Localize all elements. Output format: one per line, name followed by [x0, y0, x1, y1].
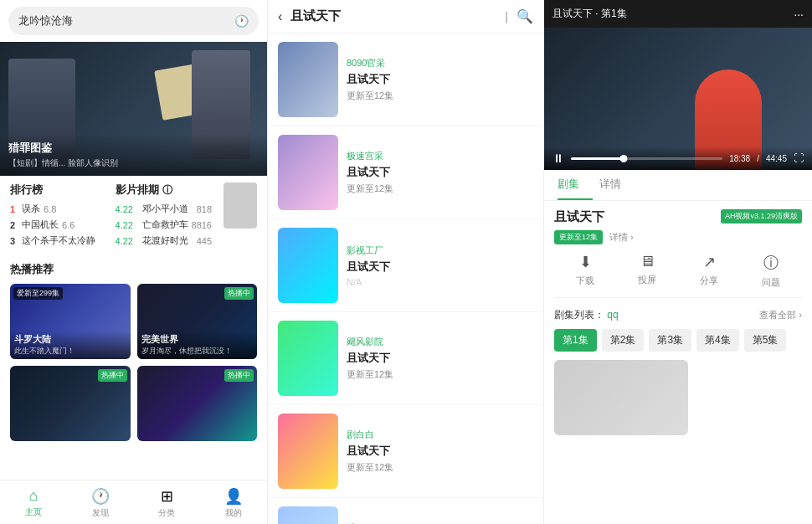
- episode-btn-5[interactable]: 第5集: [744, 329, 787, 352]
- video-player[interactable]: ⏸ 18:38 / 44:45 ⛶: [544, 28, 812, 170]
- source-update: 更新至12集: [347, 182, 533, 195]
- source-series-title: 且试天下: [347, 351, 533, 366]
- film-item-1[interactable]: 4.22 邓小平小道 818: [116, 203, 213, 215]
- source-thumb: [278, 228, 338, 303]
- video-controls: ⏸ 18:38 / 44:45 ⛶: [544, 146, 812, 170]
- bottom-nav: ⌂ 主页 🕐 发现 ⊞ 分类 👤 我的: [0, 480, 267, 524]
- film-name-2: 亡命救护车: [142, 218, 188, 231]
- fullscreen-button[interactable]: ⛶: [794, 152, 804, 164]
- tab-episodes[interactable]: 剧集: [558, 170, 593, 200]
- help-label: 问题: [762, 276, 780, 289]
- source-thumb: [278, 506, 338, 524]
- action-cast[interactable]: 🖥 投屏: [638, 253, 656, 289]
- hot-item-1[interactable]: 爱新至299集 斗罗大陆 此生不踏入魔门！: [10, 284, 131, 359]
- nav-category[interactable]: ⊞ 分类: [134, 480, 201, 524]
- middle-header: ‹ 且试天下 | 🔍: [268, 0, 543, 33]
- rank-item-1[interactable]: 1 误杀 6.8: [10, 203, 107, 215]
- film-item-2[interactable]: 4.22 亡命救护车 8816: [116, 218, 213, 231]
- version-badge: AH视频v3.1.29清爽版: [721, 209, 802, 223]
- action-help[interactable]: ⓘ 问题: [762, 253, 780, 289]
- progress-bar[interactable]: [571, 157, 722, 160]
- episode-btn-1[interactable]: 第1集: [554, 329, 597, 352]
- film-schedule-header: 影片排期 ⓘ: [116, 182, 213, 198]
- source-thumb: [278, 135, 338, 210]
- hot-badge-2: 热播中: [224, 287, 254, 300]
- download-label: 下载: [576, 275, 594, 287]
- rankings-header: 排行榜: [10, 182, 107, 198]
- view-all-link[interactable]: 查看全部 ›: [759, 309, 802, 321]
- show-title-row: 且试天下 AH视频v3.1.29清爽版: [554, 209, 802, 225]
- show-main-title: 且试天下: [554, 209, 604, 225]
- search-icon[interactable]: 🔍: [516, 8, 533, 24]
- source-item[interactable]: 8090官采 且试天下 更新至12集: [268, 33, 543, 126]
- episode-btn-4[interactable]: 第4集: [696, 329, 739, 352]
- preview-thumbnail: [554, 360, 688, 435]
- nav-home[interactable]: ⌂ 主页: [0, 480, 67, 524]
- middle-title: 且试天下: [290, 8, 505, 24]
- rank-score-2: 6.6: [62, 220, 75, 230]
- cast-label: 投屏: [638, 274, 656, 286]
- film-item-3[interactable]: 4.22 花渡好时光 445: [116, 234, 213, 247]
- rank-num-2: 2: [10, 220, 18, 230]
- source-update: 更新至12集: [347, 461, 533, 474]
- action-row: ⬇ 下载 🖥 投屏 ↗ 分享 ⓘ 问题: [554, 253, 802, 298]
- update-badge: 更新至12集: [554, 230, 603, 244]
- hot-desc-2: 岁月淘尽，休想把我沉没！: [141, 346, 254, 357]
- episode-btn-3[interactable]: 第3集: [649, 329, 691, 352]
- episode-source: qq: [607, 309, 618, 321]
- episode-grid: 第1集第2集第3集第4集第5集: [554, 329, 802, 352]
- hot-item-3[interactable]: 热播中: [10, 366, 131, 441]
- video-more-button[interactable]: ···: [794, 8, 804, 21]
- middle-actions: | 🔍: [505, 8, 533, 24]
- source-platform: 极速宫采: [347, 150, 533, 162]
- left-panel: 龙吟惊沧海 🕐 猎罪图鉴 【短剧】情循... 脸部人像识别 排行榜 1 误杀 6…: [0, 0, 268, 524]
- rank-num-3: 3: [10, 236, 18, 246]
- nav-profile[interactable]: 👤 我的: [200, 480, 267, 524]
- nav-discover[interactable]: 🕐 发现: [67, 480, 134, 524]
- progress-dot: [620, 155, 628, 162]
- film-score-2: 8816: [192, 220, 212, 230]
- action-share[interactable]: ↗ 分享: [700, 253, 718, 289]
- action-download[interactable]: ⬇ 下载: [576, 253, 594, 289]
- source-item[interactable]: 影视工厂 且试天下 N/A: [268, 219, 543, 312]
- film-date-3: 4.22: [116, 236, 139, 246]
- episode-header: 剧集列表： qq 查看全部 ›: [554, 308, 802, 322]
- rank-name-2: 中国机长: [22, 218, 59, 231]
- hot-item-2[interactable]: 热播中 完美世界 岁月淘尽，休想把我沉没！: [137, 284, 258, 359]
- rankings-col: 排行榜 1 误杀 6.8 2 中国机长 6.6 3 这个杀手不太冷静: [10, 182, 107, 250]
- source-series-title: 且试天下: [347, 72, 533, 87]
- hot-label-1: 斗罗大陆 此生不踏入魔门！: [10, 331, 131, 359]
- source-series-title: 且试天下: [347, 165, 533, 180]
- info-icon: ⓘ: [162, 183, 172, 198]
- search-bar[interactable]: 龙吟惊沧海 🕐: [8, 7, 259, 35]
- source-info: 8090官采 且试天下 更新至12集: [347, 57, 533, 102]
- rank-image: [224, 182, 257, 229]
- hero-subtitle: 【短剧】情循... 脸部人像识别: [8, 157, 259, 169]
- rank-item-2[interactable]: 2 中国机长 6.6: [10, 218, 107, 231]
- share-label: 分享: [700, 275, 718, 287]
- hot-item-4[interactable]: 热播中: [137, 366, 258, 441]
- source-item[interactable]: 剧白白 且试天下 更新至12集: [268, 405, 543, 498]
- detail-link[interactable]: 详情 ›: [609, 231, 634, 244]
- source-item[interactable]: 酷云77 且试天下 更新至12集: [268, 498, 543, 524]
- back-button[interactable]: ‹: [278, 9, 282, 24]
- source-platform: 8090官采: [347, 57, 533, 69]
- play-button[interactable]: ⏸: [552, 152, 564, 165]
- hot-name-1: 斗罗大陆: [14, 333, 126, 346]
- current-time: 18:38: [729, 154, 750, 163]
- right-panel: 且试天下 · 第1集 ··· ⏸ 18:38 / 44:45 ⛶ 剧集 详情 且…: [544, 0, 812, 524]
- rank-name-3: 这个杀手不太冷静: [22, 234, 95, 247]
- clock-icon: 🕐: [234, 14, 249, 28]
- rank-item-3[interactable]: 3 这个杀手不太冷静: [10, 234, 107, 247]
- source-item[interactable]: 飓风影院 且试天下 更新至12集: [268, 312, 543, 405]
- source-item[interactable]: 极速宫采 且试天下 更新至12集: [268, 126, 543, 219]
- hot-desc-1: 此生不踏入魔门！: [14, 346, 126, 357]
- episode-btn-2[interactable]: 第2集: [602, 329, 645, 352]
- share-icon: ↗: [703, 253, 716, 271]
- hero-banner[interactable]: 猎罪图鉴 【短剧】情循... 脸部人像识别: [0, 42, 267, 176]
- rank-num-1: 1: [10, 204, 18, 214]
- discover-icon: 🕐: [91, 487, 110, 506]
- hot-name-2: 完美世界: [141, 333, 254, 346]
- tab-detail[interactable]: 详情: [599, 170, 635, 200]
- film-schedule-col: 影片排期 ⓘ 4.22 邓小平小道 818 4.22 亡命救护车 8816 4.…: [116, 182, 213, 250]
